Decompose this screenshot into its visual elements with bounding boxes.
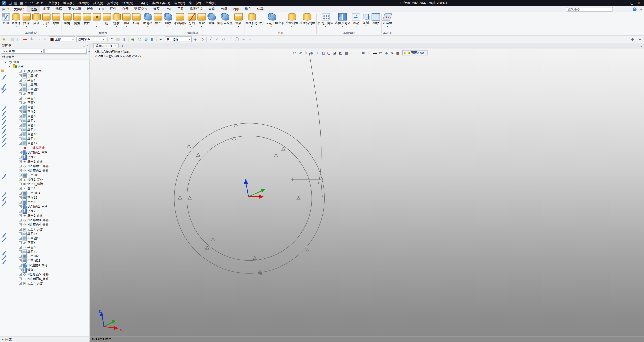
arc-icon[interactable]: ⌒ — [227, 36, 233, 42]
checkbox[interactable] — [19, 142, 22, 145]
rotate-view-icon[interactable]: ◔ — [355, 50, 360, 55]
ellipse-icon[interactable]: ◯ — [234, 36, 239, 42]
point-icon[interactable]: + — [247, 36, 253, 42]
grid-view-icon[interactable]: ▦ — [115, 36, 121, 42]
section-view-icon[interactable]: ▤ — [344, 50, 349, 55]
three-point-circle-icon[interactable]: ⊙ — [221, 36, 226, 42]
menu-item[interactable]: 视图(V) — [76, 0, 91, 6]
ribbon-button[interactable]: 由指定点开始变形 — [259, 12, 285, 27]
tree-item[interactable]: 平面6 — [0, 245, 89, 250]
checkbox[interactable] — [19, 219, 22, 221]
ribbon-tab[interactable]: 电极 — [218, 6, 230, 12]
style-manager-icon[interactable]: ◆ — [1, 36, 7, 42]
ribbon-button[interactable]: 镜像几何体 — [334, 12, 351, 27]
ribbon-button[interactable]: 扫掠 — [41, 12, 51, 27]
display-filter-dropdown[interactable]: 全部 — [49, 36, 75, 42]
expander-icon[interactable] — [5, 61, 8, 63]
tree-item[interactable]: 镜像2 — [0, 209, 89, 213]
close-button[interactable]: × — [635, 0, 642, 6]
tree-item[interactable]: (-)草图1 — [0, 73, 89, 78]
ribbon-button[interactable]: 阵列几何体 — [317, 12, 334, 27]
tree-item[interactable]: 草图8 — [0, 123, 89, 128]
checkbox[interactable] — [19, 241, 22, 244]
tree-item[interactable]: (-)草图3 — [0, 87, 89, 92]
checkbox[interactable] — [19, 214, 22, 217]
shaded-mode-icon[interactable]: ◧ — [321, 50, 326, 55]
tree-item[interactable]: 镜像1 — [0, 155, 89, 159]
tree-item[interactable]: (-)草图13 — [0, 173, 89, 177]
ribbon-tab[interactable]: 直接编辑 — [65, 6, 84, 12]
checkbox[interactable] — [19, 183, 22, 185]
ribbon-tab[interactable]: 焊件 — [107, 6, 119, 12]
menu-item[interactable]: 编辑(E) — [61, 0, 76, 6]
checkbox[interactable] — [19, 246, 22, 249]
maximize-button[interactable]: ▢ — [628, 0, 635, 6]
undo-icon[interactable]: ↶ — [25, 0, 28, 6]
pin-icon[interactable]: ◆ — [630, 36, 635, 42]
checkbox[interactable] — [19, 137, 22, 140]
spline-icon[interactable]: ~ — [254, 36, 259, 42]
playback-expander[interactable]: 回放 — [0, 336, 90, 342]
new-tab-button[interactable] — [120, 44, 124, 48]
tree-item[interactable]: UV曲面1_网格 — [0, 150, 89, 155]
checkbox[interactable] — [19, 88, 22, 91]
collapse-toolbar-icon[interactable]: ∧ — [637, 36, 643, 42]
tree-item[interactable]: 圆角1 — [0, 186, 89, 191]
checkbox[interactable] — [19, 223, 22, 226]
checkbox[interactable] — [19, 192, 22, 195]
tree-item[interactable]: (-)草图20 — [0, 254, 89, 258]
tree-item[interactable]: 镜像3 — [0, 268, 89, 272]
checkbox[interactable] — [19, 92, 22, 95]
help-icon[interactable]: ? — [633, 7, 637, 11]
view-manager-icon[interactable]: ◉ — [1, 87, 4, 91]
checkbox[interactable] — [19, 101, 22, 104]
ribbon-button[interactable]: 移动 — [351, 12, 361, 27]
ribbon-button[interactable]: 拉伸 — [22, 12, 31, 27]
checkbox[interactable] — [19, 255, 22, 258]
cursor-pick-icon[interactable]: ► — [158, 36, 163, 42]
checkbox[interactable] — [19, 277, 22, 280]
tree-filter-input[interactable] — [44, 49, 87, 54]
line-icon[interactable]: ╱ — [208, 36, 213, 42]
ribbon-button[interactable]: 分割 — [187, 12, 197, 27]
ribbon-button[interactable]: 镶嵌 — [233, 12, 243, 27]
tree-item[interactable]: 平面2 — [0, 92, 89, 96]
ribbon-button[interactable]: 缠绕到面 — [285, 12, 299, 27]
checkbox[interactable] — [19, 165, 22, 167]
visibility-icon[interactable]: ◐ — [315, 50, 320, 55]
tree-item[interactable]: (-)草图2 — [0, 83, 89, 87]
ribbon-button[interactable]: 倒角 — [72, 12, 82, 27]
tree-item[interactable]: 草图15 — [0, 195, 89, 200]
erase-icon[interactable]: ▬ — [23, 36, 28, 42]
checkbox[interactable] — [19, 106, 22, 109]
ribbon-tab[interactable]: 视觉样式 — [187, 6, 206, 12]
circle-tool-icon[interactable]: ○ — [42, 36, 48, 42]
checkbox[interactable] — [19, 169, 22, 172]
document-tab[interactable]: 蜗壳.Z3PRT — [93, 43, 119, 48]
tree-item[interactable]: (-)草图21 — [0, 258, 89, 263]
ribbon-button[interactable]: 解析自相交 — [216, 12, 233, 27]
tree-item[interactable]: 草图9 — [0, 128, 89, 132]
tree-item[interactable]: N边形面5_修补 — [0, 272, 89, 277]
collapse-ribbon-icon[interactable]: ∧ — [640, 7, 642, 12]
tree-root-item[interactable]: 蜗壳 — [0, 60, 89, 64]
paint-display-icon[interactable]: ✎ — [303, 50, 309, 55]
checkbox[interactable] — [19, 264, 22, 267]
minimize-button[interactable]: — — [621, 0, 628, 6]
tree-item[interactable]: 草图17 — [0, 232, 89, 236]
isolate-icon[interactable]: ◍ — [143, 36, 149, 42]
tree-item[interactable]: N边形面4_修补 — [0, 222, 89, 227]
checkbox[interactable] — [19, 79, 22, 82]
ribbon-tab[interactable]: FTI — [96, 6, 107, 12]
tree-item[interactable]: 组合2_添加 — [0, 227, 89, 232]
tree-item[interactable]: 草图16 — [0, 200, 89, 204]
zoom-fit-icon[interactable]: ⊙ — [367, 50, 372, 55]
ribbon-button[interactable]: 面偏移 — [142, 12, 153, 27]
ribbon-button[interactable]: 唇缘 — [121, 12, 131, 27]
tree-item[interactable]: 组合3_添加 — [0, 281, 89, 286]
ribbon-button[interactable]: 缩放 — [371, 12, 381, 27]
checkbox[interactable] — [19, 160, 22, 163]
wireframe-mode-icon[interactable]: ▢ — [326, 50, 331, 55]
pan-view-icon[interactable]: ⊕ — [361, 50, 366, 55]
zoom-window-icon[interactable]: ⊞ — [350, 50, 355, 55]
